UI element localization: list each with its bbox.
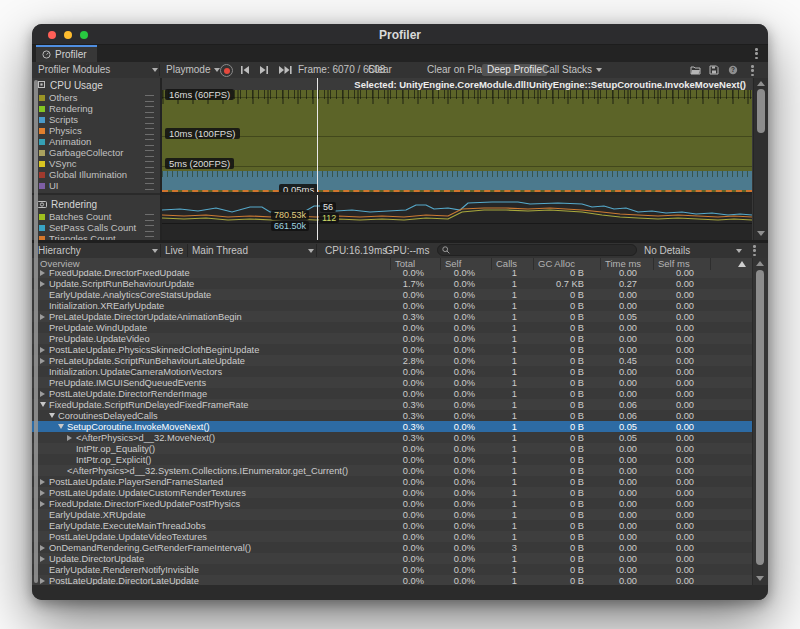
drag-handle-icon[interactable] bbox=[145, 214, 154, 221]
table-row[interactable]: EarlyUpdate.XRUpdate0.0%0.0%10 B0.000.00 bbox=[32, 509, 752, 520]
collapse-icon[interactable] bbox=[58, 424, 64, 429]
table-row[interactable]: EarlyUpdate.AnalyticsCoreStatsUpdate0.0%… bbox=[32, 289, 752, 300]
scrollbar-thumb[interactable] bbox=[757, 89, 765, 133]
expand-icon[interactable] bbox=[40, 281, 45, 287]
column-time-ms[interactable]: Time ms bbox=[600, 258, 653, 270]
legend-item-global-illumination[interactable]: Global Illumination bbox=[32, 169, 160, 180]
column-calls[interactable]: Calls bbox=[491, 258, 533, 270]
drag-handle-icon[interactable] bbox=[145, 172, 154, 179]
expand-icon[interactable] bbox=[40, 347, 45, 353]
hierarchy-menu-icon[interactable] bbox=[753, 245, 756, 256]
view-mode-dropdown[interactable]: Hierarchy bbox=[38, 244, 81, 257]
scroll-up-icon[interactable] bbox=[756, 261, 764, 266]
clear-on-play-button[interactable]: Clear on Play bbox=[427, 64, 487, 76]
legend-item-rendering[interactable]: Rendering bbox=[32, 103, 160, 114]
table-row[interactable]: PreUpdate.IMGUISendQueuedEvents0.0%0.0%1… bbox=[32, 377, 752, 388]
load-profile-button[interactable] bbox=[690, 65, 702, 75]
drag-handle-icon[interactable] bbox=[145, 183, 154, 190]
table-row[interactable]: PostLateUpdate.DirectorLateUpdate0.0%0.0… bbox=[32, 575, 752, 585]
module-header-rendering[interactable]: Rendering bbox=[32, 197, 160, 211]
table-row[interactable]: PostLateUpdate.DirectorRenderImage0.0%0.… bbox=[32, 388, 752, 399]
playmode-dropdown[interactable]: Playmode bbox=[166, 64, 220, 76]
table-row[interactable]: Initialization.XREarlyUpdate0.0%0.0%10 B… bbox=[32, 300, 752, 311]
search-input[interactable] bbox=[437, 244, 637, 256]
deep-profile-toggle[interactable]: Deep Profile bbox=[482, 64, 547, 76]
scroll-down-icon[interactable] bbox=[756, 576, 764, 581]
legend-item-setpass-calls-count[interactable]: SetPass Calls Count bbox=[32, 222, 160, 233]
column-total[interactable]: Total bbox=[390, 258, 440, 270]
toolbar-menu-icon[interactable] bbox=[751, 65, 754, 76]
expand-icon[interactable] bbox=[40, 578, 45, 584]
legend-item-vsync[interactable]: VSync bbox=[32, 158, 160, 169]
legend-item-physics[interactable]: Physics bbox=[32, 125, 160, 136]
tab-profiler[interactable]: Profiler bbox=[36, 45, 97, 62]
drag-handle-icon[interactable] bbox=[145, 128, 154, 135]
expand-icon[interactable] bbox=[40, 545, 45, 551]
expand-icon[interactable] bbox=[67, 435, 72, 441]
legend-item-triangles-count[interactable]: Triangles Count bbox=[32, 233, 160, 240]
live-toggle[interactable]: Live bbox=[165, 244, 183, 257]
table-row[interactable]: Initialization.UpdateCameraMotionVectors… bbox=[32, 366, 752, 377]
table-row[interactable]: FixedUpdate.ScriptRunDelayedFixedFrameRa… bbox=[32, 399, 752, 410]
legend-item-scripts[interactable]: Scripts bbox=[32, 114, 160, 125]
column-gc-alloc[interactable]: GC Alloc bbox=[533, 258, 600, 270]
table-scrollbar[interactable] bbox=[752, 258, 768, 585]
tab-bar-menu-icon[interactable] bbox=[755, 48, 758, 59]
drag-handle-icon[interactable] bbox=[145, 117, 154, 124]
expand-icon[interactable] bbox=[40, 556, 45, 562]
module-header-cpu-usage[interactable]: CPU Usage bbox=[32, 78, 160, 92]
table-row[interactable]: PreUpdate.WindUpdate0.0%0.0%10 B0.000.00 bbox=[32, 322, 752, 333]
expand-icon[interactable] bbox=[40, 358, 45, 364]
drag-handle-icon[interactable] bbox=[145, 225, 154, 232]
save-profile-button[interactable] bbox=[709, 65, 719, 75]
table-row[interactable]: IntPtr.op_Explicit()0.0%0.0%10 B0.000.00 bbox=[32, 454, 752, 465]
prev-frame-button[interactable] bbox=[240, 65, 250, 75]
drag-handle-icon[interactable] bbox=[145, 139, 154, 146]
frame-cursor-line[interactable] bbox=[317, 195, 318, 240]
legend-item-others[interactable]: Others bbox=[32, 92, 160, 103]
call-stacks-dropdown[interactable]: Call Stacks bbox=[542, 64, 602, 76]
table-row[interactable]: PreLateUpdate.DirectorUpdateAnimationBeg… bbox=[32, 311, 752, 322]
help-button[interactable]: ? bbox=[728, 65, 738, 75]
column-self-ms[interactable]: Self ms bbox=[653, 258, 710, 270]
table-row[interactable]: <AfterPhysics>d__32.MoveNext()0.3%0.0%10… bbox=[32, 432, 752, 443]
table-row[interactable]: Update.DirectorUpdate0.0%0.0%10 B0.000.0… bbox=[32, 553, 752, 564]
table-row[interactable]: PreUpdate.UpdateVideo0.0%0.0%10 B0.000.0… bbox=[32, 333, 752, 344]
expand-icon[interactable] bbox=[40, 314, 45, 320]
legend-item-garbagecollector[interactable]: GarbageCollector bbox=[32, 147, 160, 158]
column-self[interactable]: Self bbox=[440, 258, 491, 270]
expand-icon[interactable] bbox=[40, 501, 45, 507]
next-frame-button[interactable] bbox=[259, 65, 269, 75]
chart-scrollbar[interactable] bbox=[753, 78, 768, 240]
table-row[interactable]: FixedUpdate.DirectorFixedUpdate0.0%0.0%1… bbox=[32, 270, 752, 278]
table-row[interactable]: IntPtr.op_Equality()0.0%0.0%10 B0.000.00 bbox=[32, 443, 752, 454]
table-row[interactable]: PreLateUpdate.ScriptRunBehaviourLateUpda… bbox=[32, 355, 752, 366]
legend-item-animation[interactable]: Animation bbox=[32, 136, 160, 147]
table-row[interactable]: PostLateUpdate.PhysicsSkinnedClothBeginU… bbox=[32, 344, 752, 355]
table-row[interactable]: FixedUpdate.DirectorFixedUpdatePostPhysi… bbox=[32, 498, 752, 509]
legend-item-batches-count[interactable]: Batches Count bbox=[32, 211, 160, 222]
current-frame-button[interactable] bbox=[278, 65, 292, 75]
expand-icon[interactable] bbox=[40, 270, 45, 276]
collapse-icon[interactable] bbox=[40, 402, 46, 407]
record-button[interactable] bbox=[220, 64, 233, 77]
expand-icon[interactable] bbox=[40, 391, 45, 397]
table-row[interactable]: EarlyUpdate.RendererNotifyInvisible0.0%0… bbox=[32, 564, 752, 575]
thread-dropdown[interactable]: Main Thread bbox=[192, 244, 248, 257]
details-dropdown[interactable]: No Details bbox=[644, 244, 690, 257]
drag-handle-icon[interactable] bbox=[145, 106, 154, 113]
table-row[interactable]: PostLateUpdate.PlayerSendFrameStarted0.0… bbox=[32, 476, 752, 487]
rendering-chart[interactable]: 56 112 780.53k 661.50k bbox=[162, 195, 752, 240]
table-row[interactable]: OnDemandRendering.GetRenderFrameInterval… bbox=[32, 542, 752, 553]
profiler-modules-dropdown[interactable]: Profiler Modules bbox=[38, 64, 110, 76]
table-row[interactable]: PostLateUpdate.UpdateCustomRenderTexture… bbox=[32, 487, 752, 498]
legend-item-ui[interactable]: UI bbox=[32, 180, 160, 191]
table-row[interactable]: CoroutinesDelayedCalls0.3%0.0%10 B0.060.… bbox=[32, 410, 752, 421]
expand-icon[interactable] bbox=[40, 479, 45, 485]
expand-icon[interactable] bbox=[40, 490, 45, 496]
scroll-up-icon[interactable] bbox=[757, 81, 765, 86]
column-overview[interactable]: Overview bbox=[32, 258, 390, 270]
table-row[interactable]: Update.ScriptRunBehaviourUpdate1.7%0.0%1… bbox=[32, 278, 752, 289]
drag-handle-icon[interactable] bbox=[145, 95, 154, 102]
table-row[interactable]: <AfterPhysics>d__32.System.Collections.I… bbox=[32, 465, 752, 476]
